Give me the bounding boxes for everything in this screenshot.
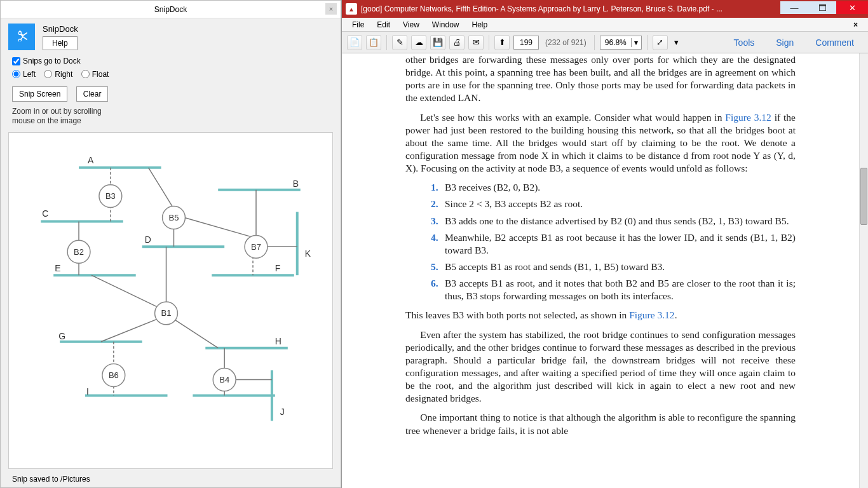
network-diagram: B3 B5 B7 B2 B1 B6 B4 A B C D K E F G H I… — [9, 133, 332, 468]
pdf-app-icon: ▲ — [346, 3, 357, 15]
list-item: 6.B3 accepts B1 as root, and it notes th… — [431, 277, 796, 302]
list-item: 1.B3 receives (B2, 0, B2). — [431, 181, 796, 194]
email-icon[interactable]: ✉ — [468, 35, 484, 50]
menu-view[interactable]: View — [397, 20, 426, 29]
snipdock-title: SnipDock — [154, 5, 187, 14]
close-button[interactable]: ✕ — [836, 1, 868, 14]
list-item: 4.Meanwhile, B2 accepts B1 as root becau… — [431, 231, 796, 257]
save-icon[interactable]: 💾 — [430, 35, 445, 50]
maximize-button[interactable]: 🗖 — [808, 1, 836, 14]
status-text: Snip saved to /Pictures — [12, 475, 90, 484]
page-up-icon[interactable]: ⬆ — [494, 35, 510, 50]
menu-file[interactable]: File — [346, 20, 370, 29]
pdf-page-content: other bridges are forwarding these messa… — [342, 53, 859, 488]
menu-window[interactable]: Window — [426, 20, 466, 29]
svg-text:H: H — [275, 336, 281, 346]
figure-link[interactable]: Figure 3.12 — [629, 309, 674, 320]
dock-float-radio[interactable]: Float — [81, 70, 109, 79]
paragraph-5: One important thing to notice is that al… — [405, 411, 796, 437]
snip-screen-button[interactable]: Snip Screen — [12, 86, 67, 102]
svg-text:J: J — [280, 407, 285, 417]
snipdock-titlebar[interactable]: SnipDock × — [1, 1, 341, 18]
sign-button[interactable]: Sign — [767, 37, 803, 48]
svg-text:F: F — [275, 263, 281, 273]
vertical-scrollbar[interactable] — [859, 53, 868, 488]
zoom-input[interactable] — [600, 38, 631, 47]
svg-text:D: D — [145, 234, 151, 245]
svg-text:C: C — [42, 208, 48, 219]
svg-text:I: I — [86, 386, 89, 396]
paragraph-3: This leaves B3 with both ports not selec… — [405, 309, 796, 322]
create-pdf-icon[interactable]: 📋 — [366, 35, 381, 50]
cloud-icon[interactable]: ☁ — [411, 35, 426, 50]
svg-line-21 — [172, 318, 218, 348]
svg-text:B1: B1 — [161, 308, 172, 318]
list-item: 2.Since 2 < 3, B3 accepts B2 as root. — [431, 198, 796, 210]
paragraph-2: Let's see how this works with an example… — [405, 111, 796, 175]
tools-button[interactable]: Tools — [725, 37, 764, 48]
pdf-titlebar[interactable]: ▲ [good] Computer Networks, Fifth Editio… — [342, 0, 868, 18]
page-number-input[interactable] — [513, 36, 539, 50]
more-icon[interactable]: ▾ — [672, 35, 682, 50]
pdf-title: [good] Computer Networks, Fifth Edition-… — [361, 4, 722, 13]
snipdock-options: Snips go to Dock Left Right Float — [1, 55, 341, 84]
paragraph-4: Even after the system has stabilized, th… — [405, 329, 796, 405]
svg-line-19 — [92, 275, 161, 309]
zoom-dropdown-icon[interactable]: ▾ — [631, 38, 641, 47]
menu-help[interactable]: Help — [466, 20, 494, 29]
svg-text:K: K — [305, 248, 311, 259]
svg-text:B2: B2 — [74, 247, 84, 257]
dock-right-radio[interactable]: Right — [44, 70, 72, 79]
print-icon[interactable]: 🖨 — [449, 35, 465, 50]
list-item: 5.B5 accepts B1 as root and sends (B1, 1… — [431, 261, 796, 273]
svg-text:B6: B6 — [109, 370, 119, 380]
edit-icon[interactable]: ✎ — [392, 35, 407, 50]
steps-list: 1.B3 receives (B2, 0, B2). 2.Since 2 < 3… — [431, 181, 796, 302]
pdf-toolbar: 📄 📋 ✎ ☁ 💾 🖨 ✉ ⬆ (232 of 921) ▾ ⤢ ▾ Tools… — [342, 32, 868, 53]
svg-text:B: B — [293, 179, 299, 189]
snipdock-close-button[interactable]: × — [325, 3, 337, 15]
snipdock-header: SnipDock Help — [1, 18, 341, 55]
paragraph-1: other bridges are forwarding these messa… — [405, 53, 796, 105]
snipdock-buttons: Snip Screen Clear — [1, 84, 341, 104]
pdf-viewport[interactable]: other bridges are forwarding these messa… — [342, 53, 859, 488]
minimize-button[interactable]: — — [780, 1, 808, 14]
snipdock-logo-icon — [8, 24, 35, 50]
snipdock-app-name: SnipDock — [43, 24, 78, 34]
svg-line-14 — [149, 168, 174, 209]
svg-text:A: A — [88, 155, 94, 165]
help-button[interactable]: Help — [43, 36, 78, 50]
svg-text:B5: B5 — [169, 213, 179, 222]
list-item: 3.B3 adds one to the distance advertised… — [431, 215, 796, 227]
snip-canvas[interactable]: B3 B5 B7 B2 B1 B6 B4 A B C D K E F G H I… — [8, 132, 333, 469]
menu-edit[interactable]: Edit — [370, 20, 397, 29]
svg-line-16 — [184, 217, 253, 237]
zoom-hint: Zoom in or out by scrolling mouse on the… — [1, 104, 341, 130]
open-icon[interactable]: 📄 — [347, 35, 362, 50]
snipdock-window: SnipDock × SnipDock Help Snips go to Doc… — [0, 0, 341, 488]
zoom-control[interactable]: ▾ — [600, 36, 642, 50]
clear-button[interactable]: Clear — [76, 86, 109, 102]
svg-text:B3: B3 — [105, 191, 116, 201]
svg-line-22 — [101, 318, 159, 342]
dock-left-radio[interactable]: Left — [12, 70, 36, 79]
scrollbar-thumb[interactable] — [860, 168, 867, 225]
svg-text:G: G — [58, 331, 65, 341]
svg-text:B7: B7 — [251, 242, 261, 252]
pdf-reader-window: ▲ [good] Computer Networks, Fifth Editio… — [341, 0, 868, 488]
menu-close-icon[interactable]: × — [847, 20, 864, 29]
svg-text:E: E — [55, 263, 60, 273]
svg-text:B4: B4 — [219, 375, 229, 384]
snips-to-dock-checkbox[interactable]: Snips go to Dock — [12, 57, 81, 65]
fit-icon[interactable]: ⤢ — [653, 35, 668, 50]
pdf-menubar: File Edit View Window Help × — [342, 18, 868, 32]
figure-link[interactable]: Figure 3.12 — [725, 112, 771, 123]
comment-button[interactable]: Comment — [806, 37, 863, 48]
page-count: (232 of 921) — [543, 38, 589, 47]
